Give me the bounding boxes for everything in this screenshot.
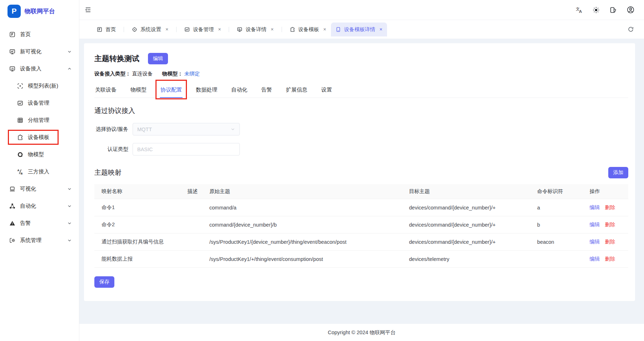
edit-link[interactable]: 编辑 [590,256,600,262]
close-icon[interactable]: × [271,27,273,32]
sidebar-item-third-party-access[interactable]: AB 三方接入 [0,163,79,180]
chevron-down-icon [231,127,235,132]
meta-row: 设备接入类型： 直连设备 物模型： 未绑定 [94,70,628,77]
cell-description [180,233,202,251]
edit-link[interactable]: 编辑 [590,222,600,227]
detail-tab-protocol-config[interactable]: 协议配置 [160,83,183,98]
edit-link[interactable]: 编辑 [590,239,600,244]
sidebar-item-label: 模型列表(新) [28,83,58,89]
sidebar-item-device-management[interactable]: 设备管理 [0,94,79,112]
auth-type-label: 认证类型 [94,146,128,153]
detail-tab-extended-info[interactable]: 扩展信息 [285,83,308,98]
sidebar-item-visualization[interactable]: 可视化 [0,180,79,197]
col-actions: 操作 [583,184,629,199]
cell-source-topic: /sys/ProductKey1/{device_number}/thing/e… [202,233,402,251]
thing-model-link[interactable]: 未绑定 [184,70,200,77]
delete-link[interactable]: 删除 [605,222,615,227]
app-root: P 物联网平台 首页 新可视化 [0,0,644,341]
detail-tab-data-processing[interactable]: 数据处理 [195,83,218,98]
sidebar-item-alarm[interactable]: 告警 [0,214,79,232]
detail-tab-settings[interactable]: 设置 [321,83,333,98]
close-icon[interactable]: × [380,27,382,32]
sidebar-item-device-access[interactable]: 设备接入 [0,60,79,77]
menu-fold-icon[interactable] [85,6,91,13]
sidebar-item-group-management[interactable]: 分组管理 [0,112,79,129]
tab-device-template[interactable]: 设备模板 × [285,23,331,36]
edit-button[interactable]: 编辑 [148,53,168,64]
close-icon[interactable]: × [165,27,168,32]
chevron-down-icon [67,221,72,226]
close-icon[interactable]: × [218,27,221,32]
title-row: 主题转换测试 编辑 [94,53,628,64]
sidebar-item-label: 可视化 [20,186,36,192]
auth-type-value: BASIC [137,147,153,152]
system-gear-icon [9,237,15,243]
protocol-select[interactable]: MQTT [133,123,240,135]
refresh-icon[interactable] [628,26,634,33]
col-source-topic: 原始主题 [202,184,402,199]
delete-link[interactable]: 删除 [605,239,615,244]
cell-description [180,251,202,268]
tab-device-management[interactable]: 设备管理 × [180,23,226,36]
detail-tab-automation[interactable]: 自动化 [231,83,248,98]
image-wave-icon [17,100,23,106]
detail-card: 主题转换测试 编辑 设备接入类型： 直连设备 物模型： 未绑定 关联设备 物模型… [84,43,635,301]
tab-label: 系统设置 [140,26,161,33]
cell-source-topic: command/a [202,199,402,216]
translate-icon[interactable]: 文A [575,6,583,14]
access-type-label: 设备接入类型： [94,70,131,77]
brand-name: 物联网平台 [25,7,55,15]
brand[interactable]: P 物联网平台 [0,0,79,22]
chevron-up-icon [67,66,72,71]
sidebar-item-label: 新可视化 [20,48,41,55]
sidebar-item-home[interactable]: 首页 [0,26,79,43]
cell-mapping-name: 通过扫描获取灯具编号信息 [94,233,180,251]
cell-description [180,216,202,233]
top-header: 文A [79,0,644,20]
save-button[interactable]: 保存 [94,276,114,288]
tab-label: 设备模板详情 [344,26,375,33]
table-row: 命令2 command/{device_number}/b devices/co… [94,216,628,233]
tab-device-template-detail[interactable]: 设备模板详情 × [331,23,387,36]
cell-target-topic: devices/command/{device_number}/+ [402,216,530,233]
cell-mapping-name: 命令1 [94,199,180,216]
auth-type-input[interactable]: BASIC [133,143,240,155]
tab-device-detail[interactable]: 设备详情 × [232,23,278,36]
sidebar-item-automation[interactable]: 自动化 [0,197,79,214]
theme-light-icon[interactable] [593,6,600,14]
cell-source-topic: command/{device_number}/b [202,216,402,233]
sidebar-item-thing-model[interactable]: 物模型 [0,146,79,163]
sidebar-item-model-list-new[interactable]: 模型列表(新) [0,77,79,94]
detail-tab-related-devices[interactable]: 关联设备 [94,83,117,98]
close-icon[interactable]: × [323,27,326,32]
user-avatar-icon[interactable] [627,6,634,14]
copyright-text: Copyright © 2024 物联网平台 [328,329,396,336]
page-title: 主题转换测试 [94,54,139,64]
sidebar-item-device-template[interactable]: 设备模板 [0,129,79,146]
main-area: 文A 首页 [79,0,644,341]
edit-link[interactable]: 编辑 [590,204,600,210]
detail-tab-label: 协议配置 [160,87,182,93]
sidebar-item-label: 自动化 [20,203,36,209]
table-row: 通过扫描获取灯具编号信息 /sys/ProductKey1/{device_nu… [94,233,628,251]
chevron-down-icon [67,49,72,54]
tab-system-settings[interactable]: 系统设置 × [127,23,173,36]
sidebar: P 物联网平台 首页 新可视化 [0,0,79,341]
delete-link[interactable]: 删除 [605,204,615,210]
delete-link[interactable]: 删除 [605,256,615,262]
sidebar-item-system-management[interactable]: 系统管理 [0,232,79,249]
content-area: 主题转换测试 编辑 设备接入类型： 直连设备 物模型： 未绑定 关联设备 物模型… [79,39,644,324]
sidebar-item-label: 设备模板 [28,134,49,141]
cell-command-identifier: beacon [530,233,582,251]
svg-text:B: B [20,172,23,174]
sidebar-item-new-visualization[interactable]: 新可视化 [0,43,79,60]
detail-tab-thing-model[interactable]: 物模型 [130,83,147,98]
chevron-down-icon [67,204,72,208]
home-icon [97,27,102,32]
topbar-actions: 文A [575,6,634,14]
tab-home[interactable]: 首页 [92,23,120,36]
warning-triangle-icon [9,220,15,226]
detail-tab-alarm[interactable]: 告警 [261,83,273,98]
theme-skin-icon[interactable] [610,6,617,14]
add-button[interactable]: 添加 [608,167,628,178]
